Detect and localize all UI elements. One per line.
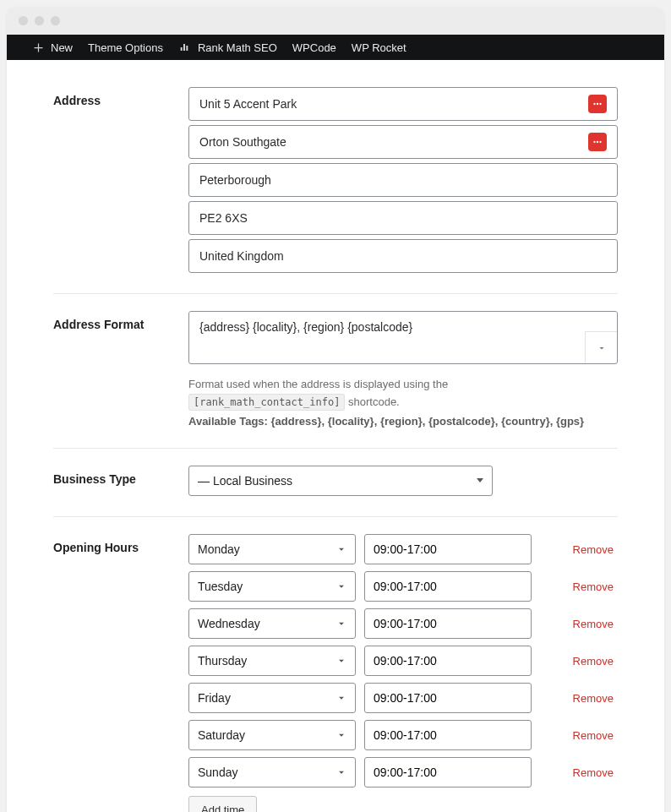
settings-content: Address <box>7 60 664 812</box>
time-input[interactable] <box>374 654 522 668</box>
opening-hours-entry: WednesdayRemove <box>188 608 618 639</box>
day-select[interactable]: Saturday <box>188 720 356 750</box>
chevron-down-icon <box>336 729 347 741</box>
chevron-down-icon <box>336 618 347 629</box>
remove-link[interactable]: Remove <box>573 542 618 556</box>
time-input[interactable] <box>374 728 522 742</box>
day-select[interactable]: Thursday <box>188 646 356 676</box>
business-type-value: — Local Business <box>198 474 292 488</box>
time-input[interactable] <box>374 542 522 556</box>
ellipsis-icon <box>592 98 603 110</box>
help-prefix: Format used when the address is displaye… <box>188 378 448 390</box>
address-line-2-input[interactable] <box>199 135 581 149</box>
tags-label: Available Tags: <box>188 415 268 428</box>
remove-link[interactable]: Remove <box>573 616 618 630</box>
business-type-label: Business Type <box>53 466 188 486</box>
admin-bar: New Theme Options Rank Math SEO WPCode W… <box>7 35 664 60</box>
opening-hours-fields: MondayRemoveTuesdayRemoveWednesdayRemove… <box>188 534 618 812</box>
day-select[interactable]: Monday <box>188 534 356 564</box>
time-input-wrap[interactable] <box>364 571 532 602</box>
bar-chart-icon <box>178 41 192 54</box>
theme-options-label: Theme Options <box>88 41 163 54</box>
help-suffix: shortcode. <box>348 395 400 408</box>
svg-point-2 <box>599 103 601 105</box>
day-select[interactable]: Wednesday <box>188 608 356 639</box>
address-format-field: Format used when the address is displaye… <box>188 311 618 428</box>
ellipsis-icon <box>592 136 603 148</box>
remove-link[interactable]: Remove <box>573 690 618 705</box>
time-input-wrap[interactable] <box>364 757 532 787</box>
wprocket-label: WP Rocket <box>352 41 406 54</box>
traffic-light-close[interactable] <box>19 16 28 25</box>
address-line-4-input[interactable] <box>199 211 607 225</box>
time-input[interactable] <box>374 766 522 779</box>
time-input-wrap[interactable] <box>364 608 532 639</box>
address-format-textarea[interactable] <box>189 312 617 361</box>
svg-point-5 <box>599 141 601 143</box>
business-type-select[interactable]: — Local Business <box>188 466 493 496</box>
time-input[interactable] <box>374 580 522 593</box>
opening-hours-entry: SundayRemove <box>188 757 618 787</box>
time-input[interactable] <box>374 691 522 705</box>
help-tags: Available Tags: {address}, {locality}, {… <box>188 415 618 428</box>
address-row: Address <box>53 77 618 294</box>
day-select[interactable]: Tuesday <box>188 571 356 602</box>
svg-point-3 <box>593 141 595 143</box>
translation-badge-icon[interactable] <box>588 95 607 113</box>
day-value: Friday <box>198 691 231 705</box>
address-line-4[interactable] <box>188 201 618 235</box>
address-line-1-input[interactable] <box>199 97 581 111</box>
chevron-down-icon <box>336 692 347 704</box>
day-value: Tuesday <box>198 580 243 593</box>
wpcode-link[interactable]: WPCode <box>292 41 336 54</box>
opening-hours-entry: SaturdayRemove <box>188 720 618 750</box>
opening-hours-label: Opening Hours <box>53 534 188 554</box>
day-value: Sunday <box>198 766 237 779</box>
address-line-2[interactable] <box>188 125 618 159</box>
day-value: Monday <box>198 542 240 556</box>
remove-link[interactable]: Remove <box>573 765 618 779</box>
address-line-5[interactable] <box>188 239 618 273</box>
day-value: Wednesday <box>198 617 260 630</box>
address-format-row: Address Format Format used when the addr… <box>53 301 618 449</box>
traffic-light-zoom[interactable] <box>51 16 60 25</box>
time-input-wrap[interactable] <box>364 720 532 750</box>
time-input-wrap[interactable] <box>364 646 532 676</box>
time-input[interactable] <box>374 617 522 630</box>
opening-hours-entry: MondayRemove <box>188 534 618 564</box>
remove-link[interactable]: Remove <box>573 653 618 668</box>
address-line-3[interactable] <box>188 163 618 197</box>
opening-hours-entry: TuesdayRemove <box>188 571 618 602</box>
day-select[interactable]: Friday <box>188 683 356 713</box>
day-value: Saturday <box>198 728 245 742</box>
opening-hours-row: Opening Hours MondayRemoveTuesdayRemoveW… <box>53 524 618 812</box>
help-line-1: Format used when the address is displaye… <box>188 376 618 411</box>
chevron-down-icon <box>336 655 347 667</box>
time-input-wrap[interactable] <box>364 534 532 564</box>
new-link[interactable]: New <box>32 41 73 54</box>
textarea-resizer[interactable] <box>585 331 617 363</box>
opening-hours-entry: FridayRemove <box>188 683 618 713</box>
remove-link[interactable]: Remove <box>573 579 618 593</box>
chevron-down-icon <box>336 543 347 555</box>
traffic-light-minimize[interactable] <box>35 16 44 25</box>
add-time-button[interactable]: Add time <box>188 796 257 812</box>
address-line-3-input[interactable] <box>199 173 607 187</box>
address-line-5-input[interactable] <box>199 249 607 263</box>
chevron-down-icon <box>336 766 347 778</box>
address-line-1[interactable] <box>188 87 618 121</box>
address-format-textarea-wrap <box>188 311 618 364</box>
theme-options-link[interactable]: Theme Options <box>88 41 163 54</box>
wprocket-link[interactable]: WP Rocket <box>352 41 406 54</box>
rank-math-link[interactable]: Rank Math SEO <box>178 41 277 54</box>
day-select[interactable]: Sunday <box>188 757 356 787</box>
translation-badge-icon[interactable] <box>588 133 607 151</box>
remove-link[interactable]: Remove <box>573 728 618 742</box>
chevron-down-icon <box>336 580 347 592</box>
app-window: New Theme Options Rank Math SEO WPCode W… <box>7 7 664 812</box>
time-input-wrap[interactable] <box>364 683 532 713</box>
svg-point-1 <box>597 103 598 105</box>
day-value: Thursday <box>198 654 247 668</box>
caret-down-icon <box>477 478 483 482</box>
tags-list: {address}, {locality}, {region}, {postal… <box>271 415 585 428</box>
